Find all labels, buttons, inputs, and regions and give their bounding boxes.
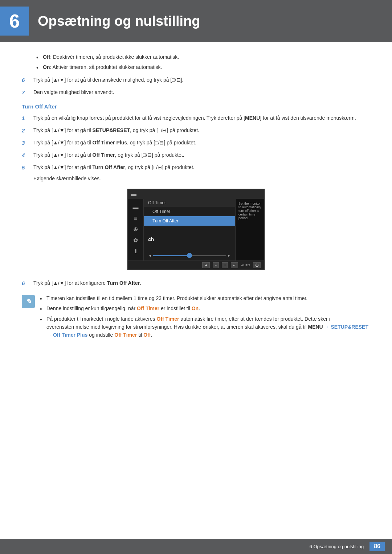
note-3-off-timer-1: Off Timer	[157, 316, 179, 322]
screen-menu-section: ▬ ≡ ⊕ ✿ ℹ Off Timer Off Timer Turn Off A…	[128, 199, 264, 260]
page-footer: 6 Opsætning og nulstilling 86	[0, 539, 392, 554]
step-7-text: Den valgte mulighed bliver anvendt.	[33, 88, 370, 96]
step-6-top-text: Tryk på [▲/▼] for at gå til den ønskede …	[33, 76, 370, 84]
step-num-1: 1	[22, 114, 33, 123]
screen-slider-container: ◄ ►	[144, 254, 235, 260]
note-2-off-timer: Off Timer	[137, 305, 159, 311]
screen-btn-power: ⏻	[253, 262, 261, 268]
screen-mockup: ▬ ▬ ≡ ⊕ ✿ ℹ Off Timer Off Timer	[127, 189, 265, 270]
bullet-off: Off: Deaktivér timeren, så produktet ikk…	[36, 53, 370, 61]
off-label: Off	[43, 54, 50, 60]
step-4-text: Tryk på [▲/▼] for at gå til Off Timer, o…	[33, 151, 370, 159]
on-label: On	[43, 64, 50, 70]
footer-page-number: 86	[369, 542, 385, 551]
screen-content-area: 4h	[144, 226, 235, 254]
step-num-4: 4	[22, 151, 33, 160]
sidebar-icon-settings: ✿	[133, 237, 138, 244]
note-3-off-timer-plus: Off Timer Plus	[53, 332, 87, 338]
screen-value-4h: 4h	[148, 237, 154, 242]
step-4: 4 Tryk på [▲/▼] for at gå til Off Timer,…	[22, 151, 370, 160]
note-3-arrow2: →	[46, 332, 53, 338]
screen-btn-plus: +	[222, 262, 228, 268]
step-7: 7 Den valgte mulighed bliver anvendt.	[22, 88, 370, 97]
note-content: Timeren kan indstilles til en tid mellem…	[40, 294, 370, 344]
note-3-setup: SETUP&RESET	[331, 324, 368, 330]
note-3-off: Off	[143, 332, 151, 338]
screen-menu-header-text: Off Timer	[144, 199, 235, 207]
note-2-on: On	[192, 305, 199, 311]
note-2-before: Denne indstilling er kun tilgængelig, nå…	[46, 305, 137, 311]
screen-menu-turn-off-after: Turn Off After	[144, 216, 235, 226]
screen-slider-track	[153, 255, 226, 256]
step-6-top: 6 Tryk på [▲/▼] for at gå til den ønsked…	[22, 76, 370, 85]
step-2-text: Tryk på [▲/▼] for at gå til SETUP&RESET,…	[33, 126, 370, 134]
section-heading-turn-off-after: Turn Off After	[22, 103, 370, 110]
step-num-6-bottom: 6	[22, 279, 33, 288]
screen-slider-thumb	[187, 253, 192, 258]
note-3-til: til	[137, 332, 143, 338]
right-arrow-icon: ►	[227, 254, 231, 258]
sidebar-icon-monitor: ▬	[133, 204, 139, 211]
step-1: 1 Tryk på en vilkårlig knap forrest på p…	[22, 114, 370, 123]
chapter-number-box: 6	[0, 7, 29, 36]
screen-btn-enter: ↵	[231, 262, 238, 268]
screen-slider-fill	[153, 255, 189, 256]
screen-sidebar-icons: ▬ ≡ ⊕ ✿ ℹ	[128, 199, 144, 260]
sidebar-icon-brightness: ≡	[134, 215, 137, 222]
page-header: 6 Opsætning og nulstilling	[0, 0, 392, 42]
step-num-6-top: 6	[22, 76, 33, 85]
left-arrow-icon: ◄	[148, 254, 152, 258]
note-3-mid2: og indstille	[87, 332, 114, 338]
monitor-icon: ▬	[131, 191, 136, 197]
note-1-text: Timeren kan indstilles til en tid mellem…	[46, 295, 307, 301]
note-bullet-list: Timeren kan indstilles til en tid mellem…	[40, 294, 370, 339]
screen-btn-minus: −	[213, 262, 219, 268]
note-3-before: På produkter til markedet i nogle lande …	[46, 316, 157, 322]
note-3-period: .	[151, 332, 152, 338]
step-num-3: 3	[22, 139, 33, 147]
footer-chapter-text: 6 Opsætning og nulstilling	[310, 544, 364, 549]
step-6-bottom-text: Tryk på [▲/▼] for at konfigurere Turn Of…	[33, 279, 370, 287]
screen-bottom-bar: ◄ − + ↵ AUTO ⏻	[128, 260, 264, 270]
screen-sidebar-right: Set the monitor to automatically turn of…	[235, 199, 264, 260]
step-1-text: Tryk på en vilkårlig knap forrest på pro…	[33, 114, 370, 122]
note-icon-box: ✎	[22, 295, 35, 308]
note-2-mid: er indstillet til	[159, 305, 192, 311]
chapter-title: Opsætning og nulstilling	[38, 13, 200, 29]
off-text: Deaktivér timeren, så produktet ikke slu…	[53, 54, 179, 60]
screen-btn-left: ◄	[202, 262, 210, 268]
screen-container: ▬ ▬ ≡ ⊕ ✿ ℹ Off Timer Off Timer	[22, 189, 370, 270]
bullets-off-on: Off: Deaktivér timeren, så produktet ikk…	[36, 53, 370, 71]
screen-menu-off-timer: Off Timer	[144, 207, 235, 216]
sidebar-icon-adjust: ⊕	[133, 226, 138, 233]
note-3-menu: MENU	[308, 324, 323, 330]
note-3-off-timer-2: Off Timer	[114, 332, 137, 338]
note-3-arrow1: →	[323, 324, 331, 330]
screen-description-text: Set the monitor to automatically turn of…	[238, 202, 261, 220]
step-5-text: Tryk på [▲/▼] for at gå til Turn Off Aft…	[33, 163, 370, 171]
note-item-3: På produkter til markedet i nogle lande …	[40, 315, 370, 339]
screen-main-menu: Off Timer Off Timer Turn Off After 4h ◄	[144, 199, 235, 260]
step-num-5: 5	[22, 163, 33, 172]
screen-top-bar: ▬	[128, 189, 264, 199]
step-2: 2 Tryk på [▲/▼] for at gå til SETUP&RESE…	[22, 126, 370, 135]
step-3-text: Tryk på [▲/▼] for at gå til Off Timer Pl…	[33, 139, 370, 147]
on-text: Aktivér timeren, så produktet slukker au…	[52, 64, 162, 70]
note-icon-symbol: ✎	[26, 297, 31, 305]
step-num-7: 7	[22, 88, 33, 97]
note-box: ✎ Timeren kan indstilles til en tid mell…	[22, 294, 370, 344]
content-area: Off: Deaktivér timeren, så produktet ikk…	[0, 53, 392, 372]
step-5: 5 Tryk på [▲/▼] for at gå til Turn Off A…	[22, 163, 370, 172]
step-num-2: 2	[22, 126, 33, 135]
note-item-1: Timeren kan indstilles til en tid mellem…	[40, 294, 370, 302]
step-3: 3 Tryk på [▲/▼] for at gå til Off Timer …	[22, 139, 370, 147]
note-2-period: .	[199, 305, 200, 311]
off-colon: :	[50, 54, 53, 60]
chapter-number: 6	[9, 10, 20, 32]
screen-auto-label: AUTO	[241, 263, 250, 267]
sidebar-icon-info: ℹ	[135, 248, 137, 255]
bullet-on: On: Aktivér timeren, så produktet slukke…	[36, 63, 370, 71]
following-screen-text: Følgende skærmbillede vises.	[33, 176, 370, 181]
step-6-bottom: 6 Tryk på [▲/▼] for at konfigurere Turn …	[22, 279, 370, 288]
note-item-2: Denne indstilling er kun tilgængelig, nå…	[40, 304, 370, 312]
